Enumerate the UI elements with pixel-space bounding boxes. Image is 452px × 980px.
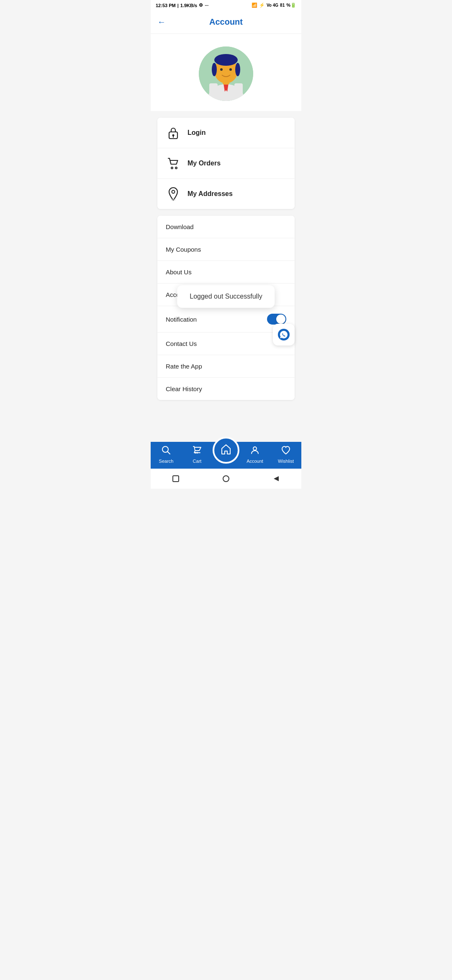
wifi-icon: 📶 [252,3,257,8]
home-icon [220,444,232,457]
menu-item-clear-history[interactable]: Clear History [157,378,295,400]
svg-point-9 [229,68,232,71]
menu-item-my-coupons[interactable]: My Coupons [157,238,295,261]
my-coupons-label: My Coupons [166,246,201,253]
status-bar: 12:53 PM | 1.9KB/s ⚙ ··· 📶 ⚡ Vo 4G 81 %🔋 [151,0,301,10]
svg-point-5 [214,54,238,66]
system-nav-bar [151,469,301,489]
search-nav-label: Search [159,459,174,464]
nav-item-search[interactable]: Search [151,445,182,464]
bottom-nav: Search Cart Account [151,442,301,469]
back-button[interactable]: ← [157,17,166,27]
toggle-switch[interactable] [267,314,286,325]
bluetooth-icon: ⚡ [259,3,265,8]
search-icon [161,445,171,457]
network-speed: | [177,3,179,8]
svg-point-15 [171,167,173,169]
menu-item-about-us[interactable]: About Us [157,261,295,284]
nav-item-account[interactable]: Account [239,445,270,464]
wishlist-nav-label: Wishlist [278,459,294,464]
svg-line-21 [168,452,170,454]
svg-rect-23 [173,476,179,482]
svg-point-7 [235,63,240,76]
clear-history-label: Clear History [166,385,202,392]
svg-point-17 [172,191,175,193]
battery-icon: %🔋 [286,3,296,8]
more-icon: ··· [205,3,208,8]
whatsapp-fab[interactable] [273,324,295,346]
svg-point-8 [220,68,223,71]
cart-nav-label: Cart [193,459,202,464]
menu-item-download[interactable]: Download [157,216,295,238]
contact-us-label: Contact Us [166,340,197,347]
settings-icon: ⚙ [199,3,203,8]
svg-rect-10 [209,83,218,101]
secondary-menu-card: Download My Coupons About Us Account Set… [157,216,295,400]
nav-item-wishlist[interactable]: Wishlist [270,445,301,464]
signal-icon: Vo 4G [267,3,278,8]
menu-item-rate-the-app[interactable]: Rate the App [157,355,295,378]
my-addresses-label: My Addresses [187,190,233,198]
login-label: Login [187,129,206,137]
menu-item-login[interactable]: Login [157,118,295,148]
home-button[interactable] [221,474,231,484]
menu-item-my-orders[interactable]: My Orders [157,148,295,179]
svg-rect-11 [234,83,243,101]
location-icon [166,186,181,201]
back-button-system[interactable] [271,474,281,484]
notification-toggle[interactable] [267,314,286,325]
wishlist-icon [281,445,291,457]
account-nav-label: Account [247,459,263,464]
nav-item-home[interactable] [213,447,239,464]
recent-apps-button[interactable] [171,474,181,484]
status-left: 12:53 PM | 1.9KB/s ⚙ ··· [156,3,208,8]
toast-message: Logged out Successfully [190,293,262,300]
lock-icon [166,125,181,140]
toggle-knob [276,315,285,324]
svg-point-24 [223,476,229,482]
time: 12:53 PM [156,3,176,8]
my-orders-label: My Orders [187,160,221,167]
spacer [151,400,301,442]
nav-item-cart[interactable]: Cart [182,445,213,464]
svg-point-16 [175,167,177,169]
toast-notification: Logged out Successfully [177,285,275,308]
home-fab[interactable] [213,437,239,464]
primary-menu-card: Login My Orders My Addresses [157,118,295,209]
page-content: Login My Orders My Addresses [151,34,301,442]
header: ← Account [151,10,301,34]
menu-item-my-addresses[interactable]: My Addresses [157,179,295,209]
avatar [199,46,253,101]
cart-icon [166,156,181,171]
svg-point-6 [212,63,217,76]
account-nav-icon [250,445,260,457]
download-label: Download [166,223,194,230]
notification-label: Notification [166,316,197,323]
avatar-section [151,34,301,111]
rate-the-app-label: Rate the App [166,363,202,370]
about-us-label: About Us [166,268,192,276]
network-speed-value: 1.9KB/s [180,3,197,8]
battery-level: 81 [280,3,285,8]
page-title: Account [209,17,243,27]
svg-point-18 [171,199,176,201]
cart-nav-icon [192,445,202,457]
svg-point-22 [253,447,257,450]
svg-marker-25 [274,476,279,481]
status-right: 📶 ⚡ Vo 4G 81 %🔋 [252,3,296,8]
